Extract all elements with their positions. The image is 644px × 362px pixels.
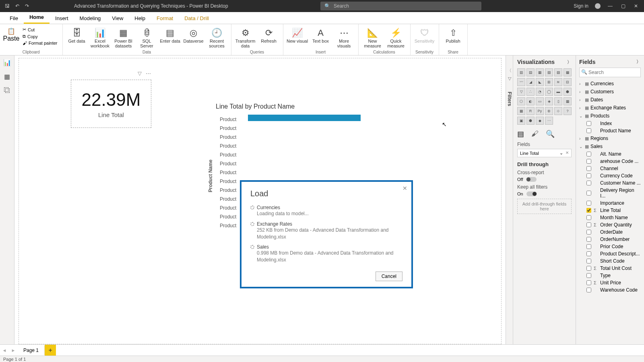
save-icon[interactable]: 🖫 [5, 3, 10, 9]
viz-line-column-icon[interactable]: ⊞ [545, 78, 553, 86]
viz-area-icon[interactable]: ◢ [526, 78, 535, 86]
viz-map-icon[interactable]: ⬢ [564, 88, 572, 96]
field-product-descript-[interactable]: Product Descript... [579, 250, 641, 257]
viz-qa-icon[interactable]: ? [564, 107, 572, 115]
viz-stacked-area-icon[interactable]: ◣ [536, 78, 544, 86]
tab-modeling[interactable]: Modeling [74, 13, 107, 24]
data-view-icon[interactable]: ▦ [4, 73, 10, 80]
field-total-unit-cost[interactable]: ΣTotal Unit Cost [579, 265, 641, 272]
field-ordernumber[interactable]: OrderNumber [579, 236, 641, 243]
field-type[interactable]: Type [579, 272, 641, 279]
field-unit-price[interactable]: ΣUnit Price [579, 279, 641, 286]
next-page-icon[interactable]: ► [9, 348, 18, 353]
viz-stacked-column-icon[interactable]: ▤ [526, 68, 535, 76]
copy-button[interactable]: ⧉Copy [21, 33, 59, 39]
format-painter-button[interactable]: 🖌Format painter [21, 40, 59, 46]
close-icon[interactable]: ✕ [633, 3, 639, 9]
table-dates[interactable]: ›▦Dates [579, 96, 641, 104]
field-order-quantity[interactable]: ΣOrder Quantity [579, 221, 641, 228]
excel-button[interactable]: 📊Excel workbook [89, 26, 111, 48]
table-currencies[interactable]: ›▦Currencies [579, 80, 641, 88]
analytics-tab-icon[interactable]: 🔍 [546, 130, 555, 138]
filters-pane-collapsed[interactable]: 〈 ▽ Filters [506, 56, 513, 348]
paste-button[interactable]: 📋 Paste [3, 26, 19, 42]
tab-insert[interactable]: Insert [50, 13, 74, 24]
redo-icon[interactable]: ↷ [25, 3, 29, 9]
field-month-name[interactable]: Month Name [579, 214, 641, 221]
viz-key-influencers-icon[interactable]: ⊛ [545, 107, 553, 115]
remove-field-icon[interactable]: ✕ [566, 150, 569, 156]
signin-link[interactable]: Sign in [574, 3, 588, 9]
field-arehouse-code-[interactable]: arehouse Code ... [579, 158, 641, 165]
viz-slicer-icon[interactable]: ▯ [554, 97, 562, 105]
viz-clustered-bar-icon[interactable]: ▦ [536, 68, 544, 76]
undo-icon[interactable]: ↶ [15, 3, 19, 9]
model-view-icon[interactable]: ⿻ [4, 87, 10, 94]
report-view-icon[interactable]: 📊 [3, 59, 11, 66]
viz-card-icon[interactable]: ▭ [536, 97, 544, 105]
pbi-datasets-button[interactable]: ▦Power BI datasets [113, 26, 134, 48]
viz-filled-map-icon[interactable]: ⬡ [517, 97, 525, 105]
table-regions[interactable]: ›▦Regions [579, 134, 641, 142]
search-box[interactable]: 🔍 Search [320, 2, 481, 10]
prev-page-icon[interactable]: ◄ [0, 348, 9, 353]
recent-sources-button[interactable]: 🕘Recent sources [206, 26, 228, 48]
field-delivery-region-i-[interactable]: Delivery Region I... [579, 187, 641, 200]
viz-matrix-icon[interactable]: ▦ [517, 107, 525, 115]
tab-view[interactable]: View [106, 13, 129, 24]
tab-file[interactable]: File [4, 13, 24, 24]
page-tab-1[interactable]: Page 1 [18, 346, 45, 355]
card-visual[interactable]: ▽ ⋯ 22.39M Line Total [71, 80, 151, 128]
viz-100-column-icon[interactable]: ▩ [564, 68, 572, 76]
viz-clustered-column-icon[interactable]: ▧ [545, 68, 553, 76]
field-short-code[interactable]: Short Code [579, 257, 641, 265]
add-page-button[interactable]: + [45, 345, 56, 356]
viz-power-apps-icon[interactable]: ◆ [536, 117, 544, 125]
drill-through-well[interactable]: Add drill-through fields here [517, 199, 572, 214]
field-prior-code[interactable]: Prior Code [579, 243, 641, 250]
cancel-button[interactable]: Cancel [376, 272, 402, 281]
transform-data-button[interactable]: ⚙Transform data [235, 26, 256, 48]
field-product-name[interactable]: Product Name [579, 127, 641, 134]
table-exchange-rates[interactable]: ›▦Exchange Rates [579, 104, 641, 112]
field-line-total[interactable]: ΣLine Total [579, 207, 641, 214]
table-customers[interactable]: ›▦Customers [579, 88, 641, 96]
quick-measure-button[interactable]: ⚡Quick measure [385, 26, 407, 48]
sql-server-button[interactable]: 🛢SQL Server [136, 26, 158, 48]
viz-pie-icon[interactable]: ◔ [536, 88, 544, 96]
table-products[interactable]: ⌄▦Products [579, 112, 641, 120]
viz-more-icon[interactable]: ⋯ [545, 117, 553, 125]
viz-py-icon[interactable]: Py [536, 107, 544, 115]
viz-100-bar-icon[interactable]: ▨ [554, 68, 562, 76]
cross-report-toggle[interactable] [526, 177, 537, 182]
viz-kpi-icon[interactable]: ◈ [545, 97, 553, 105]
viz-donut-icon[interactable]: ◯ [545, 88, 553, 96]
dataverse-button[interactable]: ◎Dataverse [183, 26, 204, 43]
viz-treemap-icon[interactable]: ▬ [554, 88, 562, 96]
viz-paginated-icon[interactable]: ▣ [517, 117, 525, 125]
minimize-icon[interactable]: — [607, 3, 613, 9]
field-index[interactable]: Index [579, 120, 641, 127]
new-measure-button[interactable]: 📐New measure [362, 26, 384, 48]
field-alt-name[interactable]: Alt. Name [579, 150, 641, 158]
fields-search-input[interactable] [579, 68, 641, 77]
enter-data-button[interactable]: ▤Enter data [159, 26, 181, 43]
viz-table-icon[interactable]: ▦ [564, 97, 572, 105]
tab-help[interactable]: Help [129, 13, 151, 24]
table-sales[interactable]: ⌄▦Sales [579, 142, 641, 150]
viz-gauge-icon[interactable]: ◐ [526, 97, 535, 105]
refresh-button[interactable]: ⟳Refresh [258, 26, 280, 43]
collapse-viz-icon[interactable]: 〉 [567, 59, 572, 65]
field-customer-name-[interactable]: Customer Name ... [579, 179, 641, 187]
field-importance[interactable]: Importance [579, 200, 641, 207]
viz-funnel-icon[interactable]: ▽ [517, 88, 525, 96]
keep-filters-toggle[interactable] [526, 191, 537, 196]
viz-scatter-icon[interactable]: ∴ [526, 88, 535, 96]
field-orderdate[interactable]: OrderDate [579, 228, 641, 236]
field-warehouse-code[interactable]: Warehouse Code [579, 286, 641, 294]
tab-data-drill[interactable]: Data / Drill [179, 13, 215, 24]
more-visuals-button[interactable]: ⋯More visuals [333, 26, 355, 48]
text-box-button[interactable]: AText box [310, 26, 332, 43]
collapse-fields-icon[interactable]: 〉 [636, 59, 641, 65]
expand-filters-icon[interactable]: 〈 [507, 68, 512, 74]
